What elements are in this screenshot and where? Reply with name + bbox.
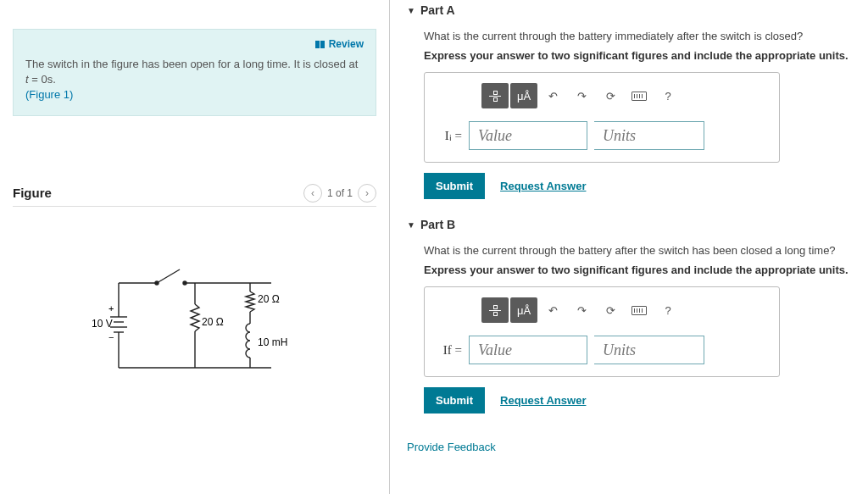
keyboard-icon: [632, 306, 647, 315]
fraction-icon: [489, 91, 501, 102]
part-a-header[interactable]: ▼ Part A: [407, 3, 851, 17]
part-b-request-link[interactable]: Request Answer: [500, 394, 586, 407]
figure-link[interactable]: (Figure 1): [25, 88, 73, 101]
part-b-submit-button[interactable]: Submit: [424, 387, 485, 414]
keyboard-button[interactable]: [626, 83, 653, 108]
svg-text:20 Ω: 20 Ω: [258, 293, 280, 305]
undo-button[interactable]: ↶: [539, 83, 566, 108]
redo-button[interactable]: ↷: [568, 83, 595, 108]
review-link[interactable]: Review: [315, 38, 364, 50]
part-b-var: If =: [435, 343, 462, 358]
part-a-var: Iᵢ =: [435, 128, 462, 143]
part-a: ▼ Part A What is the current through the…: [407, 3, 851, 199]
fraction-icon: [489, 305, 501, 316]
help-button[interactable]: ?: [654, 297, 682, 323]
provide-feedback-link[interactable]: Provide Feedback: [407, 441, 496, 453]
svg-text:−: −: [108, 332, 114, 342]
figure-next-button[interactable]: ›: [358, 184, 376, 203]
part-a-submit-button[interactable]: Submit: [424, 173, 485, 199]
units-templ-button[interactable]: μÅ: [510, 297, 537, 323]
review-label: Review: [329, 38, 364, 50]
keyboard-icon: [632, 92, 647, 101]
problem-statement: Review The switch in the figure has been…: [13, 29, 376, 116]
part-a-title: Part A: [420, 3, 455, 17]
figure-prev-button[interactable]: ‹: [303, 184, 322, 203]
flag-icon: [315, 41, 325, 48]
redo-button[interactable]: ↷: [568, 297, 595, 323]
part-b-units-input[interactable]: [594, 336, 704, 364]
problem-text: The switch in the figure has been open f…: [25, 42, 364, 103]
figure-nav-label: 1 of 1: [327, 187, 353, 199]
part-a-request-link[interactable]: Request Answer: [500, 180, 586, 192]
part-b-instr: Express your answer to two significant f…: [424, 264, 851, 276]
part-a-units-input[interactable]: [594, 121, 704, 150]
part-a-instr: Express your answer to two significant f…: [424, 49, 851, 62]
part-a-question: What is the current through the battery …: [424, 30, 851, 42]
reset-button[interactable]: ⟳: [597, 297, 624, 323]
reset-button[interactable]: ⟳: [597, 83, 624, 108]
part-b-value-input[interactable]: [469, 336, 587, 364]
part-b-header[interactable]: ▼ Part B: [407, 218, 851, 231]
part-b: ▼ Part B What is the current through the…: [407, 218, 851, 414]
part-a-answer-box: μÅ ↶ ↷ ⟳ ? Iᵢ =: [424, 72, 780, 163]
figure-header: Figure ‹ 1 of 1 ›: [13, 184, 376, 207]
svg-text:10 mH: 10 mH: [258, 336, 287, 348]
svg-text:10 V: 10 V: [92, 318, 113, 330]
svg-text:20 Ω: 20 Ω: [202, 316, 224, 328]
figure-heading: Figure: [13, 186, 52, 200]
part-b-question: What is the current through the battery …: [424, 244, 851, 257]
part-b-answer-box: μÅ ↶ ↷ ⟳ ? If =: [424, 286, 780, 377]
keyboard-button[interactable]: [626, 297, 653, 323]
fraction-button[interactable]: [481, 297, 509, 323]
part-b-title: Part B: [420, 218, 455, 231]
circuit-figure: 10 V + − 20 Ω 20 Ω 10 mH: [13, 207, 376, 402]
fraction-button[interactable]: [481, 83, 509, 108]
part-a-value-input[interactable]: [469, 121, 587, 150]
help-button[interactable]: ?: [654, 83, 682, 108]
svg-line-10: [157, 269, 180, 283]
svg-text:+: +: [108, 303, 114, 314]
caret-down-icon: ▼: [407, 220, 415, 230]
units-templ-button[interactable]: μÅ: [510, 83, 537, 108]
caret-down-icon: ▼: [407, 6, 415, 15]
undo-button[interactable]: ↶: [539, 297, 566, 323]
